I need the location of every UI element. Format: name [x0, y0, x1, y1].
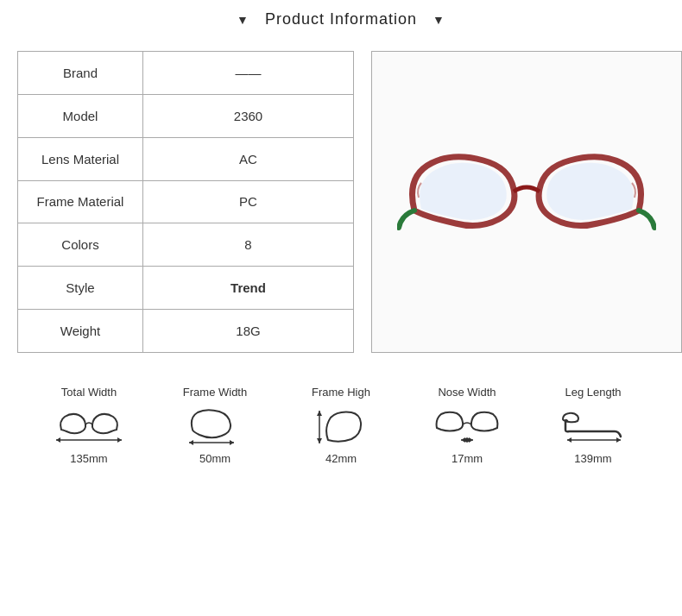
leg-length-label: Leg Length	[565, 386, 621, 399]
nose-width-label: Nose Width	[438, 386, 496, 399]
table-cell-label: Frame Material	[18, 180, 143, 223]
header-text: Product Information	[265, 10, 417, 28]
table-cell-label: Colors	[18, 223, 143, 267]
table-row: Colors8	[18, 223, 354, 267]
table-cell-value: PC	[143, 180, 354, 223]
measure-leg-length: Leg Length 139mm	[541, 386, 645, 465]
frame-width-value: 50mm	[199, 452, 230, 465]
svg-marker-5	[230, 440, 234, 445]
table-cell-label: Style	[18, 267, 143, 310]
frame-width-label: Frame Width	[183, 386, 247, 399]
svg-marker-8	[317, 438, 322, 443]
header-title: ▼ Product Information ▼	[237, 10, 445, 28]
svg-marker-7	[317, 411, 322, 416]
table-cell-label: Brand	[18, 52, 143, 95]
measure-total-width: Total Width 135mm	[37, 386, 141, 465]
svg-marker-17	[616, 437, 621, 443]
table-cell-value: 8	[143, 223, 354, 267]
frame-high-icon	[306, 404, 376, 447]
svg-marker-1	[56, 437, 60, 443]
page-header: ▼ Product Information ▼	[0, 0, 682, 37]
table-row: Model2360	[18, 94, 354, 137]
total-width-value: 135mm	[70, 452, 107, 465]
frame-high-label: Frame High	[312, 386, 370, 399]
svg-marker-2	[117, 437, 122, 443]
total-width-label: Total Width	[61, 386, 117, 399]
leg-length-value: 139mm	[574, 452, 611, 465]
table-row: Brand——	[18, 52, 354, 95]
measurements-section: Total Width 135mm Frame Width 50mm Frame…	[0, 370, 682, 474]
nose-width-value: 17mm	[452, 452, 483, 465]
measure-nose-width: Nose Width 17mm	[415, 386, 519, 465]
frame-high-value: 42mm	[325, 452, 357, 465]
table-cell-value: 2360	[143, 94, 354, 137]
leg-length-icon	[559, 404, 628, 447]
frame-width-icon	[180, 404, 249, 447]
total-width-icon	[54, 404, 123, 447]
table-cell-value: AC	[143, 137, 354, 180]
measure-frame-high: Frame High 42mm	[289, 386, 393, 465]
table-row: StyleTrend	[18, 267, 354, 310]
table-cell-value: ——	[143, 52, 354, 95]
table-cell-value: 18G	[143, 310, 354, 353]
table-row: Frame MaterialPC	[18, 180, 354, 223]
measure-frame-width: Frame Width 50mm	[163, 386, 267, 465]
product-image-box	[371, 51, 682, 353]
table-cell-label: Model	[18, 94, 143, 137]
nose-width-icon	[433, 404, 502, 447]
svg-marker-4	[189, 440, 193, 445]
triangle-right-icon: ▼	[433, 13, 445, 27]
main-content: Brand——Model2360Lens MaterialACFrame Mat…	[0, 37, 682, 361]
product-info-table: Brand——Model2360Lens MaterialACFrame Mat…	[17, 51, 354, 353]
product-image	[397, 116, 656, 288]
svg-marker-14	[469, 437, 473, 443]
table-cell-value: Trend	[143, 267, 354, 310]
table-cell-label: Lens Material	[18, 137, 143, 180]
table-row: Weight18G	[18, 310, 354, 353]
svg-marker-16	[567, 437, 571, 443]
table-cell-label: Weight	[18, 310, 143, 353]
svg-marker-13	[461, 437, 465, 443]
table-row: Lens MaterialAC	[18, 137, 354, 180]
triangle-left-icon: ▼	[237, 13, 249, 27]
